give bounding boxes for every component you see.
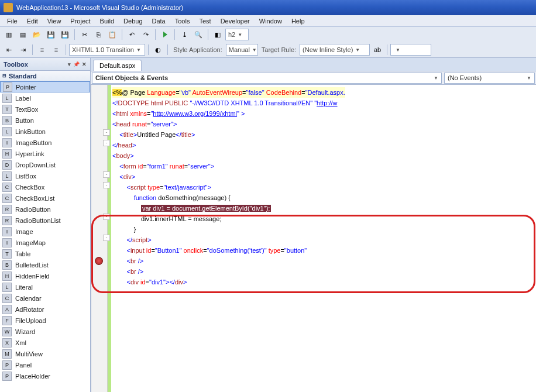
code-line[interactable]: <html xmlns="http://www.w3.org/1999/xhtm…	[112, 108, 536, 119]
pin-icon[interactable]: 📌	[73, 61, 80, 67]
toolbox-item-button[interactable]: BButton	[0, 115, 90, 126]
code-line[interactable]: </script>	[112, 235, 536, 245]
extra-combo[interactable]: ▼	[390, 44, 431, 56]
style-app-combo[interactable]: Manual▼	[226, 44, 258, 56]
outdent-button[interactable]: ⇤	[2, 43, 15, 56]
toolbox-item-checkboxlist[interactable]: CCheckBoxList	[0, 192, 90, 204]
toolbox-item-radiobuttonlist[interactable]: RRadioButtonList	[0, 215, 90, 226]
dropdown-icon[interactable]: ▾	[68, 61, 71, 67]
toolbox-item-checkbox[interactable]: CCheckBox	[0, 181, 90, 192]
misc-button-1[interactable]: ◧	[211, 28, 224, 41]
code-line[interactable]: <input id="Button1" onclick="doSomething…	[112, 245, 536, 256]
event-dropdown[interactable]: (No Events)▼	[444, 73, 535, 84]
style-button[interactable]: ab	[371, 43, 384, 56]
code-line[interactable]: var div1 = document.getElementById("div1…	[112, 203, 536, 214]
code-line[interactable]: <br />	[112, 256, 536, 266]
start-debug-button[interactable]	[159, 28, 171, 41]
heading-combo[interactable]: h2▼	[225, 29, 249, 40]
menu-file[interactable]: File	[2, 16, 22, 26]
outline-toggle[interactable]: -	[103, 235, 110, 241]
menu-developer[interactable]: Developer	[216, 16, 255, 26]
menu-test[interactable]: Test	[194, 16, 215, 26]
toolbox-item-listbox[interactable]: LListBox	[0, 170, 90, 181]
toolbox-item-hyperlink[interactable]: HHyperLink	[0, 148, 90, 159]
code-line[interactable]: <div>	[112, 171, 536, 182]
open-button[interactable]: 📂	[30, 28, 43, 41]
tab-default-aspx[interactable]: Default.aspx	[93, 60, 142, 71]
toolbox-category[interactable]: ⊟Standard	[0, 71, 90, 81]
indent-button[interactable]: ⇥	[16, 43, 29, 56]
code-line[interactable]: <div id="div1"></div>	[112, 277, 536, 287]
toolbox-item-literal[interactable]: LLiteral	[0, 281, 90, 293]
code-line[interactable]: <body>	[112, 150, 536, 161]
toolbox-item-placeholder[interactable]: PPlaceHolder	[0, 370, 90, 381]
code-line[interactable]: div1.innerHTML = message;	[112, 214, 536, 224]
toolbox-item-dropdownlist[interactable]: DDropDownList	[0, 159, 90, 170]
menu-project[interactable]: Project	[66, 16, 95, 26]
copy-button[interactable]: ⎘	[92, 28, 105, 41]
object-dropdown[interactable]: Client Objects & Events▼	[92, 73, 442, 84]
step-button[interactable]: ⤓	[178, 28, 191, 41]
code-content[interactable]: <%@ Page Language="vb" AutoEventWireup="…	[111, 85, 536, 392]
code-line[interactable]: <br />	[112, 266, 536, 277]
toolbox-item-linkbutton[interactable]: LLinkButton	[0, 126, 90, 137]
outline-toggle[interactable]: -	[103, 140, 110, 146]
menu-data[interactable]: Data	[147, 16, 170, 26]
redo-button[interactable]: ↷	[139, 28, 152, 41]
code-editor[interactable]: <%@ Page Language="vb" AutoEventWireup="…	[91, 85, 536, 392]
code-line[interactable]: <title>Untitled Page</title>	[112, 129, 536, 140]
add-item-button[interactable]: ▤	[16, 28, 29, 41]
toolbox-item-wizard[interactable]: WWizard	[0, 326, 90, 337]
code-line[interactable]: function doSomething(message) {	[112, 192, 536, 203]
toolbox-item-hiddenfield[interactable]: HHiddenField	[0, 270, 90, 281]
menu-tools[interactable]: Tools	[170, 16, 195, 26]
code-line[interactable]: <%@ Page Language="vb" AutoEventWireup="…	[112, 87, 536, 98]
outline-toggle[interactable]: -	[103, 214, 110, 220]
toolbox-item-imagebutton[interactable]: IImageButton	[0, 137, 90, 148]
toolbox-item-image[interactable]: IImage	[0, 226, 90, 237]
undo-button[interactable]: ↶	[125, 28, 138, 41]
new-project-button[interactable]: ▥	[2, 28, 15, 41]
doctype-combo[interactable]: XHTML 1.0 Transition▼	[69, 44, 145, 56]
menu-help[interactable]: Help	[287, 16, 310, 26]
uncomment-button[interactable]: ≡	[50, 43, 63, 56]
outline-toggle[interactable]: -	[103, 129, 110, 136]
close-icon[interactable]: ✕	[82, 61, 87, 67]
menu-window[interactable]: Window	[255, 16, 287, 26]
menu-debug[interactable]: Debug	[119, 16, 147, 26]
code-line[interactable]: <form id="form1" runat="server">	[112, 161, 536, 171]
toolbox-item-xml[interactable]: XXml	[0, 337, 90, 348]
outline-toggle[interactable]: -	[103, 182, 110, 188]
menubar: FileEditViewProjectBuildDebugDataToolsTe…	[0, 15, 536, 27]
toolbox-item-bulletedlist[interactable]: BBulletedList	[0, 259, 90, 270]
save-all-button[interactable]: 💾	[59, 28, 71, 41]
code-line[interactable]: <script type="text/javascript">	[112, 182, 536, 192]
menu-edit[interactable]: Edit	[22, 16, 43, 26]
toolbox-item-imagemap[interactable]: IImageMap	[0, 237, 90, 248]
toolbox-item-label[interactable]: LLabel	[0, 92, 90, 104]
code-line[interactable]: }	[112, 224, 536, 235]
toolbox-item-pointer[interactable]: PPointer	[0, 81, 90, 92]
toolbox-item-table[interactable]: TTable	[0, 248, 90, 259]
toolbox-item-panel[interactable]: PPanel	[0, 359, 90, 370]
cut-button[interactable]: ✂	[78, 28, 91, 41]
toolbox-item-radiobutton[interactable]: RRadioButton	[0, 204, 90, 215]
comment-button[interactable]: ≡	[36, 43, 49, 56]
paste-button[interactable]: 📋	[106, 28, 119, 41]
code-line[interactable]: <!DOCTYPE html PUBLIC "-//W3C//DTD XHTML…	[112, 98, 536, 108]
menu-view[interactable]: View	[43, 16, 66, 26]
code-line[interactable]: </head>	[112, 140, 536, 150]
toolbox-item-textbox[interactable]: TTextBox	[0, 104, 90, 115]
toolbox-item-multiview[interactable]: MMultiView	[0, 348, 90, 359]
code-line[interactable]: <head runat="server">	[112, 119, 536, 129]
toolbox-item-fileupload[interactable]: FFileUpload	[0, 315, 90, 326]
validate-button[interactable]: ◐	[152, 43, 164, 56]
toolbox-item-adrotator[interactable]: AAdRotator	[0, 304, 90, 315]
save-button[interactable]: 💾	[44, 28, 57, 41]
menu-build[interactable]: Build	[95, 16, 119, 26]
target-rule-combo[interactable]: (New Inline Style)▼	[300, 44, 370, 56]
toolbox-item-calendar[interactable]: CCalendar	[0, 293, 90, 304]
breakpoint-icon[interactable]	[95, 257, 103, 265]
outline-toggle[interactable]: -	[103, 171, 110, 178]
find-button[interactable]: 🔍	[192, 28, 205, 41]
